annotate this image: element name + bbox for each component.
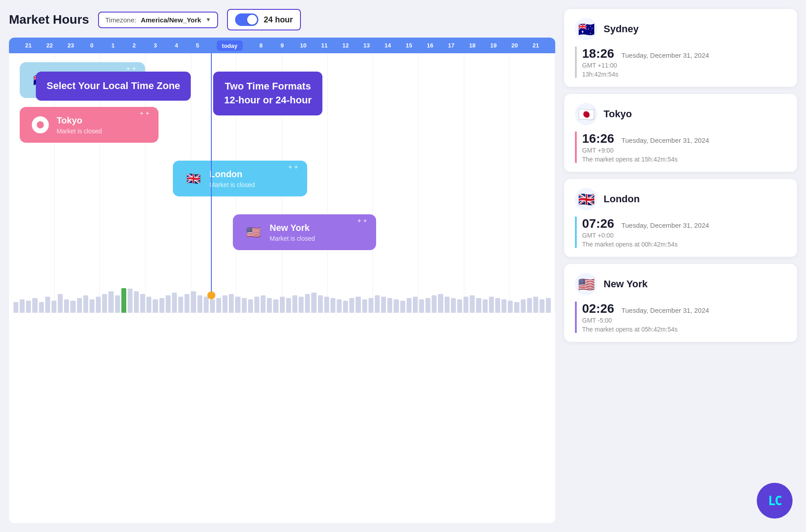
london-info-name: London: [604, 193, 640, 205]
chart-bar: [311, 293, 316, 313]
chart-bar: [45, 297, 50, 313]
sydney-info-name: Sydney: [604, 23, 639, 35]
chart-bar: [375, 295, 380, 313]
newyork-time-section: 02:26 Tuesday, December 31, 2024 GMT -5:…: [575, 302, 786, 333]
tick-14: 14: [377, 42, 398, 49]
chart-bar: [20, 299, 25, 313]
time-indicator-line: [211, 53, 212, 295]
sydney-gmt: GMT +11:00: [582, 62, 786, 69]
header-row: Market Hours Timezone: America/New_York …: [9, 9, 555, 30]
tokyo-date: Tuesday, December 31, 2024: [622, 136, 709, 144]
newyork-time-row: 02:26 Tuesday, December 31, 2024: [582, 302, 786, 316]
chart-bar: [349, 298, 354, 313]
tick-18: 18: [462, 42, 483, 49]
sydney-date: Tuesday, December 31, 2024: [622, 51, 709, 59]
london-flag: 🇬🇧: [184, 169, 203, 188]
chart-bar: [451, 298, 456, 313]
chart-bar: [324, 297, 329, 313]
chart-bar: [502, 299, 506, 313]
tick-22: 22: [39, 42, 60, 49]
chart-bar: [216, 298, 221, 313]
london-detail: The market opens at 00h:42m:54s: [582, 241, 786, 248]
page-title: Market Hours: [9, 13, 89, 27]
tokyo-time-row: 16:26 Tuesday, December 31, 2024: [582, 132, 786, 146]
timezone-label: Timezone:: [105, 16, 136, 24]
chart-bar: [229, 294, 234, 313]
tick-13: 13: [356, 42, 377, 49]
london-time-section: 07:26 Tuesday, December 31, 2024 GMT +0:…: [575, 217, 786, 248]
chart-bar: [146, 297, 151, 313]
chart-bar: [204, 297, 209, 313]
chart-bar: [223, 295, 227, 313]
timezone-selector[interactable]: Timezone: America/New_York ▼: [98, 12, 218, 28]
info-card-tokyo: 🇯🇵 Tokyo 16:26 Tuesday, December 31, 202…: [564, 94, 797, 172]
chart-bar: [64, 299, 69, 313]
chart-bar: [128, 289, 133, 313]
chart-bar: [32, 298, 37, 313]
newyork-flag-icon: 🇺🇸: [575, 273, 597, 295]
newyork-city-name: New York: [270, 223, 315, 233]
chart-bar: [140, 294, 145, 313]
chart-bar: [533, 297, 538, 313]
chart-bar: [39, 302, 44, 313]
logo-circle: LC: [757, 483, 793, 519]
chart-bar: [267, 298, 272, 313]
tokyo-gmt: GMT +9:00: [582, 147, 786, 154]
logo-text: LC: [768, 494, 781, 508]
market-card-newyork: 🇺🇸 New York Market is closed ✦ ✦: [233, 214, 376, 250]
chart-bar: [463, 297, 468, 313]
timezone-value: America/New_York: [141, 16, 201, 24]
newyork-info-name: New York: [604, 278, 647, 290]
chart-bar: [280, 297, 285, 313]
chart-bar: [330, 298, 335, 313]
chart-bar: [166, 295, 171, 313]
tick-2: 2: [124, 42, 145, 49]
chart-bar: [362, 299, 367, 313]
chart-bar: [527, 298, 532, 313]
sydney-detail: 13h:42m:54s: [582, 71, 786, 78]
chart-bar: [90, 299, 94, 313]
chart-bar: [26, 301, 31, 313]
chart-bar: [546, 298, 551, 313]
chevron-down-icon: ▼: [206, 17, 211, 23]
chart-bar: [483, 299, 488, 313]
tick-8: 8: [250, 42, 271, 49]
chart-bar: [299, 297, 304, 313]
newyork-gmt: GMT -5:00: [582, 317, 786, 324]
tokyo-header-row: 🇯🇵 Tokyo: [575, 103, 786, 125]
newyork-status: Market is closed: [270, 235, 315, 242]
market-card-london: 🇬🇧 London Market is closed ✦ ✦: [173, 161, 307, 196]
chart-bar: [235, 297, 240, 313]
chart-bar: [210, 299, 215, 313]
hour-format-toggle[interactable]: [235, 13, 258, 26]
tick-19: 19: [483, 42, 504, 49]
tick-12: 12: [335, 42, 356, 49]
info-card-sydney: 🇦🇺 Sydney 18:26 Tuesday, December 31, 20…: [564, 9, 797, 87]
chart-bar: [83, 295, 88, 313]
chart-bar: [489, 297, 494, 313]
chart-bar: [134, 291, 139, 313]
chart-bar: [178, 297, 183, 313]
chart-bar: [261, 295, 266, 313]
sparkle-icon-4: ✦ ✦: [357, 218, 367, 224]
chart-bar: [369, 298, 373, 313]
newyork-header-row: 🇺🇸 New York: [575, 273, 786, 295]
chart-bar: [387, 298, 392, 313]
newyork-time: 02:26: [582, 302, 614, 316]
chart-bar: [356, 297, 360, 313]
chart-bar: [318, 295, 323, 313]
chart-bar: [419, 299, 424, 313]
tokyo-time: 16:26: [582, 132, 614, 146]
chart-bar: [70, 301, 75, 313]
tick-1: 1: [103, 42, 124, 49]
chart-bar: [476, 298, 481, 313]
chart-bar: [521, 299, 526, 313]
chart-bar: [153, 299, 158, 313]
tick-17: 17: [441, 42, 462, 49]
tokyo-time-section: 16:26 Tuesday, December 31, 2024 GMT +9:…: [575, 132, 786, 163]
chart-bar: [381, 297, 386, 313]
tick-20: 20: [504, 42, 525, 49]
timeline-numbers: 21 22 23 0 1 2 3 4 5 6 7 8 9 10 11 12 13: [18, 42, 546, 49]
chart-bar: [286, 298, 291, 313]
tick-16: 16: [420, 42, 441, 49]
